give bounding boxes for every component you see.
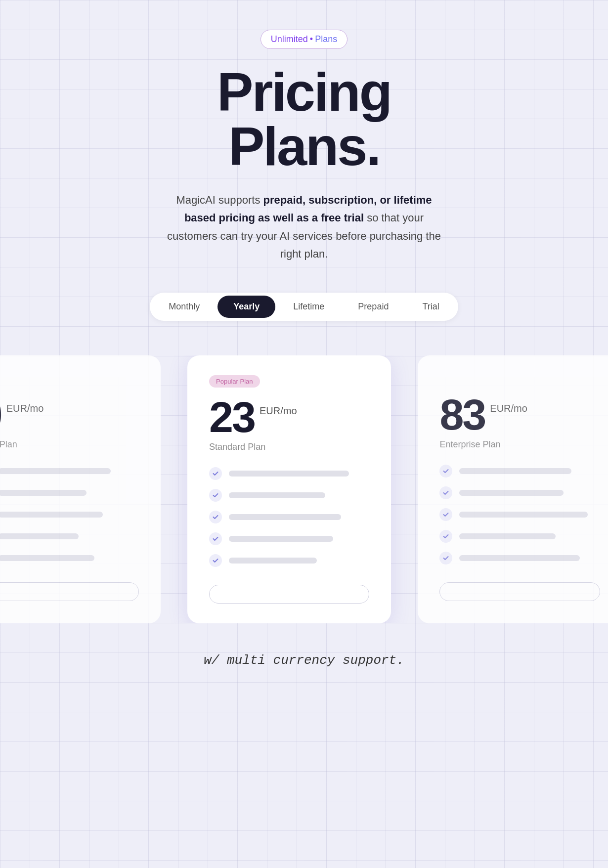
feature-bar [0, 512, 103, 518]
page-title: Pricing Plans. [217, 65, 391, 174]
free-feature-2 [0, 486, 139, 499]
feature-bar [459, 490, 564, 496]
enterprise-feature-3 [439, 508, 600, 521]
free-feature-1 [0, 465, 139, 477]
badge-unlimited-text: Unlimited [271, 34, 308, 44]
billing-period-tabs: Monthly Yearly Lifetime Prepaid Trial [150, 293, 458, 321]
free-price-unit: EUR/mo [6, 403, 44, 414]
feature-bar [459, 468, 571, 474]
feature-bar [229, 514, 341, 520]
tab-prepaid[interactable]: Prepaid [342, 296, 404, 318]
check-icon-s4 [209, 532, 222, 545]
standard-feature-1 [209, 467, 369, 480]
feature-bar [229, 492, 325, 498]
badge-dot: • [310, 34, 313, 44]
popular-plan-badge: Popular Plan [209, 375, 260, 388]
free-price-row: 0 EUR/mo [0, 393, 139, 436]
feature-bar [459, 512, 587, 518]
feature-bar [229, 558, 317, 564]
tab-monthly[interactable]: Monthly [153, 296, 216, 318]
unlimited-plans-badge: Unlimited • Plans [261, 30, 347, 49]
check-icon-s2 [209, 489, 222, 502]
hero-description: MagicAI supports prepaid, subscription, … [161, 191, 447, 263]
standard-feature-3 [209, 511, 369, 523]
check-icon-s3 [209, 511, 222, 523]
feature-bar [0, 555, 94, 561]
enterprise-plan-name: Enterprise Plan [439, 439, 600, 450]
free-feature-3 [0, 508, 139, 521]
enterprise-feature-4 [439, 530, 600, 543]
standard-feature-4 [209, 532, 369, 545]
feature-bar [0, 490, 87, 496]
feature-bar [0, 533, 79, 539]
enterprise-plan-cta[interactable] [439, 582, 600, 601]
enterprise-feature-5 [439, 552, 600, 564]
standard-price-number: 23 [209, 395, 255, 439]
tab-trial[interactable]: Trial [406, 296, 455, 318]
enterprise-price-row: 83 EUR/mo [439, 393, 600, 436]
check-icon-s5 [209, 554, 222, 567]
enterprise-price-unit: EUR/mo [490, 403, 527, 414]
free-price-number: 0 [0, 393, 1, 436]
check-icon-e2 [439, 486, 452, 499]
feature-bar [0, 468, 111, 474]
standard-feature-2 [209, 489, 369, 502]
plan-card-standard: Popular Plan 23 EUR/mo Standard Plan [187, 355, 391, 623]
standard-feature-5 [209, 554, 369, 567]
feature-bar [229, 471, 349, 477]
free-feature-5 [0, 552, 139, 564]
standard-plan-cta[interactable] [209, 585, 369, 604]
feature-bar [229, 536, 333, 542]
plan-card-enterprise: 83 EUR/mo Enterprise Plan [418, 355, 608, 623]
free-plan-cta[interactable] [0, 582, 139, 601]
standard-price-unit: EUR/mo [260, 405, 297, 417]
feature-bar [459, 555, 579, 561]
tab-yearly[interactable]: Yearly [217, 296, 275, 318]
footer-currency-note: w/ multi currency support. [204, 653, 404, 668]
plans-grid: 0 EUR/mo Free Plan [0, 355, 608, 623]
plan-card-free: 0 EUR/mo Free Plan [0, 355, 161, 623]
free-plan-name: Free Plan [0, 439, 139, 450]
standard-plan-name: Standard Plan [209, 442, 369, 452]
check-icon-e3 [439, 508, 452, 521]
enterprise-feature-1 [439, 465, 600, 477]
standard-price-row: 23 EUR/mo [209, 395, 369, 439]
free-feature-list [0, 465, 139, 564]
feature-bar [459, 533, 556, 539]
check-icon-e4 [439, 530, 452, 543]
enterprise-price-number: 83 [439, 393, 485, 436]
check-icon-e5 [439, 552, 452, 564]
badge-plans-text: Plans [315, 34, 337, 44]
plans-section: 0 EUR/mo Free Plan [0, 355, 608, 623]
check-icon-e1 [439, 465, 452, 477]
check-icon-s1 [209, 467, 222, 480]
enterprise-feature-list [439, 465, 600, 564]
enterprise-feature-2 [439, 486, 600, 499]
standard-feature-list [209, 467, 369, 567]
free-feature-4 [0, 530, 139, 543]
tab-lifetime[interactable]: Lifetime [277, 296, 340, 318]
